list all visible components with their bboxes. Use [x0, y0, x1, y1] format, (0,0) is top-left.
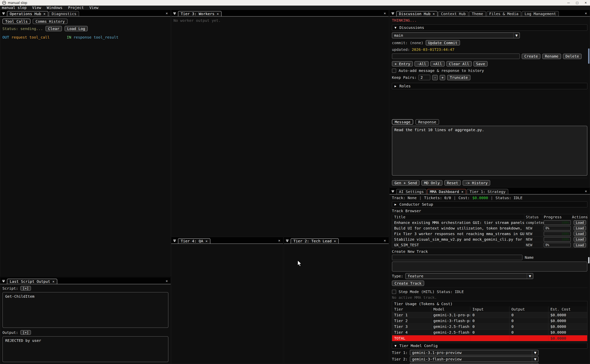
rename-button[interactable]: Rename [542, 54, 561, 59]
keep-pairs-minus-button[interactable]: - [432, 75, 438, 80]
table-row[interactable]: Fix Tier 3 worker responses not reaching… [392, 231, 587, 237]
load-button[interactable]: Load [574, 237, 586, 242]
keep-pairs-input[interactable] [418, 75, 430, 80]
log-in-text[interactable]: response tool_result [74, 35, 118, 39]
panel-close-icon[interactable]: × [164, 279, 171, 284]
create-track-button[interactable]: Create Track [392, 280, 424, 286]
panel-menu-icon[interactable] [0, 278, 7, 284]
collapse-all-button[interactable]: -All [415, 61, 429, 66]
tab-context-hub[interactable]: Context Hub [438, 11, 468, 16]
subtab-tool-calls[interactable]: Tool Calls [2, 19, 30, 24]
panel-menu-icon[interactable] [0, 11, 7, 16]
tab-response[interactable]: Response [416, 119, 439, 125]
close-icon[interactable]: × [205, 239, 208, 243]
clear-button[interactable]: Clear [46, 26, 62, 31]
tab-ai-settings[interactable]: AI Settings [396, 189, 426, 194]
menu-windows[interactable]: Windows [44, 5, 65, 10]
table-row[interactable]: Stabilize visual_sim_mma_v2.py and mock_… [392, 237, 587, 242]
table-row[interactable]: UX_SIM_TEST NEW 0% Load [392, 242, 587, 248]
close-icon[interactable]: × [52, 280, 54, 283]
tab-log-management[interactable]: Log Management [522, 11, 559, 16]
table-row[interactable]: Enhance existing MMA orchestration GUI: … [392, 220, 587, 225]
tab-last-script-output[interactable]: Last Script Output × [7, 279, 57, 284]
close-icon[interactable]: × [461, 190, 463, 194]
tier2-model-select[interactable]: gemini-3-flash-preview ▼ [410, 356, 538, 362]
discussion-name-input[interactable] [392, 53, 520, 59]
panel-close-icon[interactable]: × [583, 189, 590, 194]
menu-project[interactable]: Project [65, 5, 87, 10]
tab-diagnostics[interactable]: Diagnostics [49, 11, 79, 16]
subtab-comms-history[interactable]: Comms History [33, 19, 67, 24]
panel-menu-icon[interactable] [171, 11, 178, 16]
md-only-button[interactable]: MD Only [421, 180, 442, 186]
create-button[interactable]: Create [522, 54, 540, 59]
add-entry-button[interactable]: + Entry [392, 61, 413, 66]
close-icon[interactable]: × [433, 12, 435, 16]
load-button[interactable]: Load [574, 220, 586, 225]
discussions-section-header[interactable]: ▼ Discussions [392, 24, 587, 31]
tab-operations-hub[interactable]: Operations Hub × [7, 11, 48, 16]
tab-mma-dashboard[interactable]: MMA Dashboard × [427, 189, 466, 194]
load-button[interactable]: Load [574, 226, 586, 230]
panel-close-icon[interactable]: × [382, 11, 389, 16]
tier-model-config-header[interactable]: ▼ Tier Model Config [392, 343, 587, 349]
panel-menu-icon[interactable] [389, 11, 396, 16]
table-row[interactable]: Build UI for context window utilization,… [392, 225, 587, 231]
to-history-button[interactable]: -> History [463, 180, 490, 186]
message-textarea[interactable]: Read the first 10 lines of aggregate.py. [392, 126, 587, 176]
tab-tier3-workers[interactable]: Tier 3: Workers × [178, 11, 221, 16]
tab-discussion-hub[interactable]: Discussion Hub × [396, 11, 438, 16]
panel-close-icon[interactable]: × [276, 238, 283, 243]
auto-add-checkbox[interactable] [392, 69, 396, 73]
truncate-button[interactable]: Truncate [447, 75, 470, 80]
output-textbox[interactable]: REJECTED by user [2, 336, 168, 362]
conductor-setup-header[interactable]: ▶ Conductor Setup [392, 201, 587, 207]
close-icon[interactable]: × [334, 239, 336, 243]
tab-message[interactable]: Message [392, 119, 413, 125]
expand-all-button[interactable]: +All [430, 61, 444, 66]
keep-pairs-plus-button[interactable]: + [440, 75, 445, 80]
panel-menu-icon[interactable] [171, 238, 178, 243]
load-button[interactable]: Load [574, 231, 586, 236]
log-out-text[interactable]: request tool_call [11, 35, 50, 39]
step-mode-checkbox[interactable] [392, 290, 396, 294]
delete-button[interactable]: Delete [563, 54, 582, 59]
clear-all-button[interactable]: Clear All [446, 61, 472, 66]
panel-menu-icon[interactable] [284, 238, 291, 243]
save-button[interactable]: Save [473, 61, 488, 66]
panel-close-icon[interactable]: × [382, 238, 389, 243]
track-type-select[interactable]: feature ▼ [405, 273, 533, 279]
script-expand-button[interactable]: [+] [20, 286, 31, 291]
reset-button[interactable]: Reset [444, 180, 461, 186]
close-icon[interactable]: ✕ [581, 0, 590, 6]
panel-close-icon[interactable]: × [583, 11, 590, 16]
menu-view[interactable]: View [29, 5, 44, 10]
panel-menu-icon[interactable] [389, 188, 396, 194]
menu-view-2[interactable]: View [87, 5, 101, 10]
load-log-button[interactable]: Load Log [65, 26, 88, 31]
tab-tier4-qa[interactable]: Tier 4: QA × [178, 238, 210, 243]
close-icon[interactable]: × [217, 12, 219, 16]
tab-tier1-strategy[interactable]: Tier 1: Strategy [467, 189, 508, 194]
tab-files-media[interactable]: Files & Media [486, 11, 521, 16]
panel-close-icon[interactable]: × [164, 11, 171, 16]
track-description-textarea[interactable] [392, 261, 587, 272]
discussion-select[interactable]: main ▼ [392, 32, 520, 38]
output-expand-button[interactable]: [+] [20, 330, 31, 335]
tab-tier2-tech-lead[interactable]: Tier 2: Tech Lead × [291, 238, 339, 243]
discussion-scrollbar-thumb[interactable] [588, 48, 590, 64]
minimize-icon[interactable]: — [564, 0, 573, 6]
script-textbox[interactable]: Get-ChildItem [2, 292, 168, 328]
update-commit-button[interactable]: Update Commit [426, 40, 460, 46]
close-icon[interactable]: × [43, 12, 46, 16]
load-button[interactable]: Load [574, 243, 586, 247]
track-name-input[interactable] [392, 255, 523, 260]
menu-manual-slop[interactable]: manual slop [0, 5, 29, 10]
maximize-icon[interactable]: □ [573, 0, 581, 6]
gen-send-button[interactable]: Gen + Send [392, 180, 420, 186]
tab-theme[interactable]: Theme [469, 11, 486, 16]
tier1-model-select[interactable]: gemini-3.1-pro-preview ▼ [410, 350, 538, 355]
roles-section-header[interactable]: ▶ Roles [392, 83, 587, 89]
mma-scrollbar-thumb[interactable] [588, 257, 590, 263]
tier3-model-select[interactable]: gemini-2.5-flash-lite ▼ [410, 363, 538, 364]
